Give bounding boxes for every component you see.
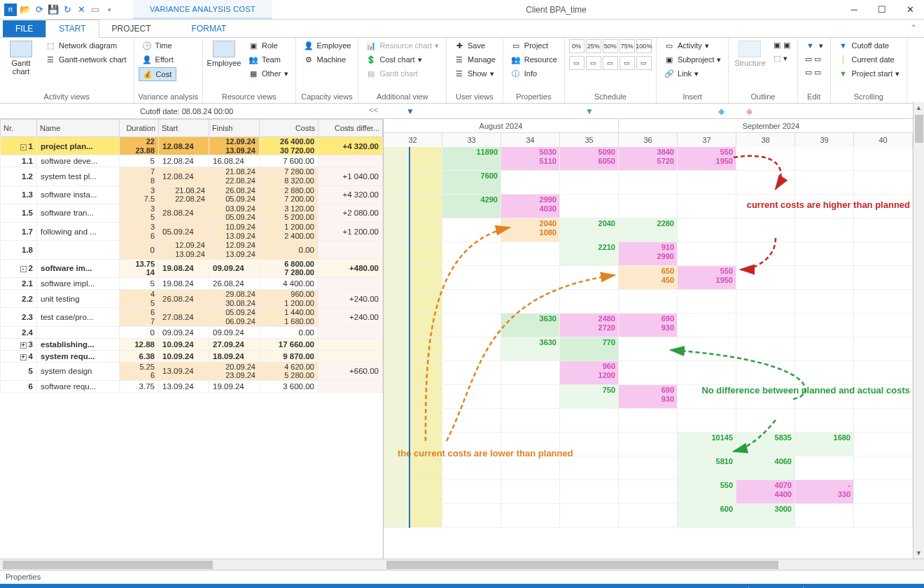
- table-row[interactable]: 5system design5.25613.09.2420.09.2423.09…: [1, 362, 383, 380]
- gantt-chart-small-button[interactable]: ▤Gantt chart: [363, 67, 442, 80]
- col-start[interactable]: Start: [159, 120, 209, 137]
- open-icon[interactable]: 📂: [20, 4, 31, 15]
- tab-format[interactable]: FORMAT: [164, 20, 255, 37]
- table-row[interactable]: 1.5software tran...3528.08.2403.09.2405.…: [1, 204, 383, 222]
- sched-tool-1[interactable]: ▭: [569, 56, 584, 70]
- gantt-row: 118905030511050906050384057205501950: [384, 147, 924, 171]
- show-button[interactable]: ☰Show ▾: [451, 67, 498, 80]
- table-row[interactable]: -1project plan...2223.8812.08.2412.09.24…: [1, 137, 383, 155]
- table-row[interactable]: 2.2unit testing4526.08.2429.08.2430.08.2…: [1, 289, 383, 307]
- sched-tool-2[interactable]: ▭: [586, 56, 601, 70]
- current-date-icon: ┆: [838, 55, 849, 64]
- employee-button[interactable]: Employee: [207, 39, 241, 69]
- save-icon[interactable]: 💾: [48, 4, 59, 15]
- col-costdiff[interactable]: Costs differ...: [318, 120, 383, 137]
- close-button[interactable]: ✕: [896, 0, 924, 20]
- gantt-network-chart-button[interactable]: ☰Gantt-network chart: [42, 53, 130, 66]
- table-row[interactable]: 1.3software insta...37.521.08.2422.08.24…: [1, 186, 383, 204]
- sched-tool-4[interactable]: ▭: [620, 56, 635, 70]
- structure-button[interactable]: Structure: [733, 39, 766, 69]
- col-duration[interactable]: Duration: [120, 120, 159, 137]
- properties-bar[interactable]: Properties: [0, 570, 924, 584]
- close-win-icon[interactable]: ✕: [76, 4, 87, 15]
- cost-button[interactable]: 💰Cost: [139, 67, 176, 81]
- expand-toggle[interactable]: -: [20, 144, 27, 150]
- gantt-cell: [854, 314, 913, 337]
- table-row[interactable]: 6software requ...3.7513.09.2419.09.243 6…: [1, 380, 383, 392]
- expand-toggle[interactable]: +: [20, 354, 27, 360]
- tab-start[interactable]: START: [46, 20, 99, 38]
- col-name[interactable]: Name: [37, 120, 120, 137]
- outline-tool-2[interactable]: ⬚ ▾: [771, 52, 792, 64]
- redo-icon[interactable]: ↻: [62, 4, 73, 15]
- gantt-row: 22109102990: [384, 242, 924, 266]
- ribbon-collapse-icon[interactable]: ⌃: [903, 19, 924, 37]
- vertical-scrollbar[interactable]: ▲ ▼: [913, 102, 924, 559]
- table-row[interactable]: -2software im...13.751419.08.2409.09.246…: [1, 259, 383, 277]
- save-view-button[interactable]: ✚Save: [451, 39, 498, 52]
- insert-activity-button[interactable]: ▭Activity ▾: [661, 39, 724, 52]
- expand-toggle[interactable]: +: [20, 342, 27, 349]
- cap-machine-button[interactable]: ⚙Machine: [300, 53, 354, 66]
- table-row[interactable]: 1.2system test pl...7812.08.2421.08.2422…: [1, 167, 383, 186]
- project-props-button[interactable]: ▭Project: [507, 39, 560, 52]
- edit-tool-3[interactable]: ▭ ▭: [802, 66, 826, 78]
- edit-tool-2[interactable]: ▭ ▭: [802, 53, 826, 65]
- current-date-button[interactable]: ┆Current date: [835, 53, 903, 66]
- table-row[interactable]: +4system requ...6.3810.09.2418.09.249 87…: [1, 350, 383, 362]
- refresh-icon[interactable]: ⟳: [34, 4, 45, 15]
- table-row[interactable]: +3establishing...12.8810.09.2427.09.2417…: [1, 338, 383, 350]
- insert-subproject-button[interactable]: ▣Subproject ▾: [661, 53, 724, 66]
- cap-employee-button[interactable]: 👤Employee: [300, 39, 354, 52]
- horizontal-scrollbar[interactable]: [0, 559, 924, 570]
- scroll-up-icon[interactable]: ▲: [913, 102, 924, 113]
- col-costs[interactable]: Costs: [260, 120, 318, 137]
- gantt-cell: [678, 171, 736, 194]
- gantt-cell: [501, 433, 560, 456]
- insert-link-button[interactable]: 🔗Link ▾: [661, 67, 724, 80]
- other-button[interactable]: ▦Other ▾: [245, 67, 291, 80]
- cutoff-date-button[interactable]: ▼Cutoff date: [835, 39, 903, 52]
- table-row[interactable]: 2.4009.09.2409.09.240.00: [1, 326, 383, 338]
- collapse-grid-button[interactable]: <<: [369, 106, 378, 114]
- role-button[interactable]: ▣Role: [245, 39, 291, 52]
- expand-toggle[interactable]: -: [20, 266, 27, 272]
- sched-tool-5[interactable]: ▭: [636, 56, 652, 70]
- layout-icon[interactable]: ▭: [90, 4, 101, 15]
- table-row[interactable]: 1.1software deve...512.08.2416.08.247 60…: [1, 155, 383, 167]
- tab-file[interactable]: FILE: [3, 20, 46, 37]
- pct-100-button[interactable]: 100%: [636, 39, 652, 53]
- scroll-down-icon[interactable]: ▼: [913, 547, 924, 559]
- gantt-chart-button[interactable]: Gantt chart: [4, 39, 38, 77]
- col-finish[interactable]: Finish: [209, 120, 260, 137]
- gantt-value: 2280: [657, 219, 674, 228]
- project-start-button[interactable]: ▼Project start ▾: [835, 67, 903, 80]
- table-row[interactable]: 2.3test case/pro...6727.08.2405.09.2406.…: [1, 308, 383, 326]
- cost-chart-button[interactable]: 💲Cost chart ▾: [363, 53, 442, 66]
- tab-project[interactable]: PROJECT: [99, 20, 164, 37]
- table-row[interactable]: 1.7following and ...3605.09.2410.09.2413…: [1, 223, 383, 241]
- team-button[interactable]: 👥Team: [245, 53, 291, 66]
- resource-props-button[interactable]: 👥Resource: [507, 53, 560, 66]
- filter-button[interactable]: ▼ ▾: [802, 39, 826, 52]
- gantt-cell: [854, 218, 913, 241]
- resource-chart-button[interactable]: 📊Resource chart ▾: [363, 39, 442, 52]
- col-nr[interactable]: Nr.: [1, 120, 37, 137]
- minimize-button[interactable]: ─: [840, 0, 868, 20]
- table-row[interactable]: 1.8012.09.2413.09.2412.09.2413.09.240.00: [1, 241, 383, 259]
- pct-50-button[interactable]: 50%: [603, 39, 618, 53]
- effort-button[interactable]: 👤Effort: [139, 53, 176, 66]
- maximize-button[interactable]: ☐: [868, 0, 896, 20]
- pct-75-button[interactable]: 75%: [620, 39, 635, 53]
- sched-tool-3[interactable]: ▭: [603, 56, 618, 70]
- pct-0-button[interactable]: 0%: [569, 39, 584, 53]
- table-row[interactable]: 2.1software impl...519.08.2426.08.244 40…: [1, 277, 383, 289]
- time-button[interactable]: 🕒Time: [139, 39, 176, 52]
- info-button[interactable]: ⓘInfo: [507, 67, 560, 80]
- outline-tool-1[interactable]: ▣ ▣: [771, 39, 792, 51]
- manage-button[interactable]: ☰Manage: [451, 53, 498, 66]
- network-diagram-button[interactable]: ⬚Network diagram: [42, 39, 130, 52]
- gantt-cell: -330: [795, 480, 854, 503]
- pct-25-button[interactable]: 25%: [586, 39, 601, 53]
- qat-dropdown-icon[interactable]: ▾: [104, 4, 115, 15]
